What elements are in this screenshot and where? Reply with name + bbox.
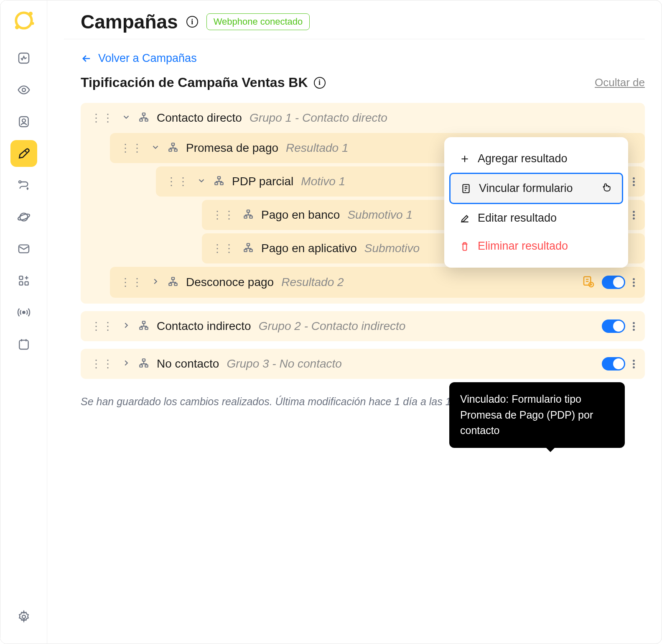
cursor-icon [601,181,612,195]
form-linked-icon[interactable] [582,275,594,289]
menu-delete-result[interactable]: Eliminar resultado [449,232,623,260]
submotive-label: Pago en aplicativo [261,242,357,255]
svg-rect-31 [244,249,247,251]
toggle-switch[interactable] [602,357,625,371]
svg-point-5 [22,88,25,92]
svg-rect-39 [140,327,143,329]
svg-rect-32 [250,249,252,251]
info-icon[interactable]: i [314,77,326,89]
motive-sublabel: Motivo 1 [301,175,345,188]
chevron-down-icon[interactable] [122,112,131,123]
chevron-right-icon[interactable] [122,321,131,332]
nav-eye[interactable] [10,77,37,103]
chevron-down-icon[interactable] [151,143,160,153]
hierarchy-icon [138,320,149,332]
svg-rect-27 [247,210,250,212]
svg-point-1 [28,12,32,15]
drag-handle-icon[interactable]: ⋮⋮ [212,211,235,219]
drag-handle-icon[interactable]: ⋮⋮ [91,322,114,330]
logo-icon [12,9,36,32]
group-contacto-indirecto[interactable]: ⋮⋮ Contacto indirecto Grupo 2 - Contacto… [81,311,645,341]
hierarchy-icon [168,276,178,289]
svg-rect-38 [143,321,145,323]
drag-handle-icon[interactable]: ⋮⋮ [120,144,143,152]
svg-rect-16 [19,340,28,349]
hierarchy-icon [214,175,224,188]
svg-point-2 [15,26,19,29]
group-row[interactable]: ⋮⋮ Contacto directo Grupo 1 - Contacto d… [81,103,645,133]
nav-apps[interactable] [10,267,37,294]
group-no-contacto[interactable]: ⋮⋮ No contacto Grupo 3 - No contacto [81,349,645,379]
hierarchy-icon [243,242,254,255]
toggle-switch[interactable] [602,276,625,289]
nav-settings[interactable] [10,603,37,630]
svg-point-10 [17,213,30,221]
svg-rect-35 [174,283,177,285]
svg-rect-20 [145,119,148,121]
menu-item-label: Vincular formulario [479,182,573,195]
drag-handle-icon[interactable]: ⋮⋮ [166,178,189,185]
nav-activity[interactable] [10,45,37,72]
drag-handle-icon[interactable]: ⋮⋮ [91,360,114,368]
kebab-menu-icon[interactable] [633,278,635,287]
nav-campaigns[interactable] [10,140,37,167]
chevron-down-icon[interactable] [197,176,206,187]
subheader: Tipificación de Campaña Ventas BK i Ocul… [81,75,645,90]
drag-handle-icon[interactable]: ⋮⋮ [120,279,143,286]
hierarchy-icon [168,142,178,154]
svg-rect-33 [172,277,175,279]
page-title: Campañas [81,10,178,33]
back-link[interactable]: Volver a Campañas [81,52,645,65]
nav-calendar[interactable] [10,331,37,358]
motive-label: PDP parcial [232,175,293,188]
toggle-switch[interactable] [602,319,625,333]
kebab-menu-icon[interactable] [633,211,635,220]
nav-mail[interactable] [10,235,37,262]
result-sublabel: Resultado 1 [286,141,348,155]
result-label: Desconoce pago [186,276,274,289]
chevron-right-icon[interactable] [151,277,160,288]
kebab-menu-icon[interactable] [633,322,635,331]
svg-point-8 [19,181,21,183]
drag-handle-icon[interactable]: ⋮⋮ [212,245,235,252]
group-label: Contacto directo [157,111,242,125]
svg-rect-29 [250,216,252,218]
chevron-right-icon[interactable] [122,358,131,369]
svg-point-3 [31,22,34,25]
tooltip: Vinculado: Formulario tipo Promesa de Pa… [449,382,625,448]
nav-user[interactable] [10,108,37,135]
result-row[interactable]: ⋮⋮ Desconoce pago Resultado 2 [110,267,645,298]
submotive-label: Pago en banco [261,208,340,222]
svg-rect-21 [172,143,175,145]
header: Campañas i Webphone conectado [64,0,645,39]
svg-rect-34 [169,283,172,285]
result-sublabel: Resultado 2 [281,276,344,289]
menu-edit-result[interactable]: Editar resultado [449,204,623,232]
svg-rect-28 [244,216,247,218]
back-link-label: Volver a Campañas [98,52,197,65]
menu-add-result[interactable]: Agregar resultado [449,145,623,173]
status-badge: Webphone conectado [206,13,310,30]
svg-rect-13 [19,282,23,285]
hierarchy-icon [138,112,149,124]
svg-point-17 [22,615,25,618]
svg-rect-19 [140,119,143,121]
svg-point-7 [22,119,25,122]
nav-planet[interactable] [10,204,37,230]
sidebar [0,0,47,644]
group-sublabel: Grupo 1 - Contacto directo [250,111,387,125]
info-icon[interactable]: i [186,16,198,28]
nav-broadcast[interactable] [10,299,37,326]
kebab-menu-icon[interactable] [633,177,635,186]
group-label: Contacto indirecto [157,319,251,333]
svg-rect-14 [25,282,28,285]
nav-routes[interactable] [10,172,37,199]
group-sublabel: Grupo 3 - No contacto [227,357,341,371]
kebab-menu-icon[interactable] [633,360,635,368]
menu-link-form[interactable]: Vincular formulario [449,173,623,204]
hide-link[interactable]: Ocultar de [595,76,645,89]
drag-handle-icon[interactable]: ⋮⋮ [91,114,114,122]
svg-rect-40 [145,327,148,329]
group-label: No contacto [157,357,219,371]
result-label: Promesa de pago [186,141,278,155]
